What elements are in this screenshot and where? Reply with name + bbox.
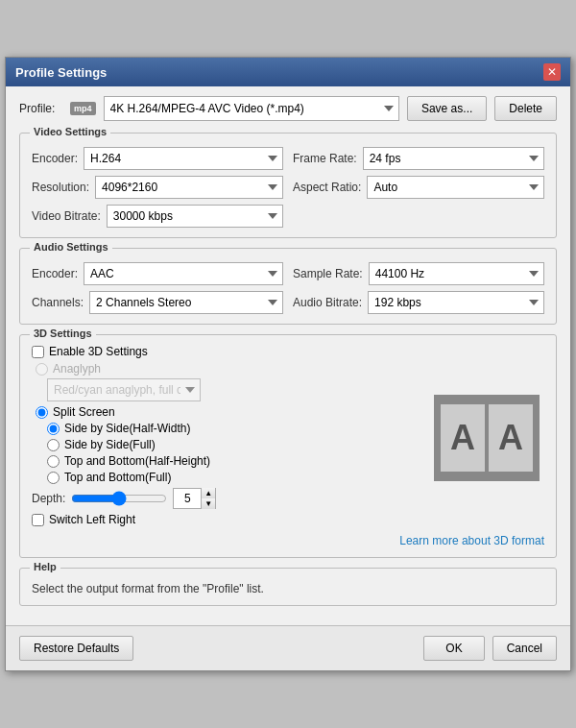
top-half-radio[interactable] [47, 455, 60, 468]
profile-label: Profile: [19, 102, 62, 115]
enable-3d-checkbox[interactable] [32, 346, 44, 358]
frame-rate-select[interactable]: 24 fps [363, 147, 544, 170]
enable-3d-label[interactable]: Enable 3D Settings [49, 345, 148, 358]
restore-defaults-button[interactable]: Restore Defaults [19, 636, 133, 661]
audio-encoder-label: Encoder: [32, 267, 78, 280]
3d-settings-left: Enable 3D Settings Anaglyph Red/cyan ana… [32, 345, 420, 530]
depth-spinbox: 5 ▲ ▼ [173, 488, 216, 509]
help-text: Select the output format from the "Profi… [32, 582, 544, 595]
split-screen-radio-row: Split Screen [36, 405, 420, 419]
help-section: Help Select the output format from the "… [19, 568, 557, 606]
profile-select[interactable]: 4K H.264/MPEG-4 AVC Video (*.mp4) [104, 96, 399, 121]
aa-letter-right: A [489, 404, 533, 472]
anaglyph-label[interactable]: Anaglyph [53, 362, 101, 376]
side-full-label[interactable]: Side by Side(Full) [64, 438, 156, 451]
split-screen-radio[interactable] [36, 406, 48, 419]
cancel-button[interactable]: Cancel [492, 636, 557, 661]
encoder-label: Encoder: [32, 152, 78, 165]
profile-icon: mp4 [70, 102, 96, 115]
top-half-row: Top and Bottom(Half-Height) [47, 454, 420, 468]
audio-settings-section: Audio Settings Encoder: AAC Sample Rate:… [19, 248, 557, 325]
dialog-title: Profile Settings [15, 65, 107, 80]
aspect-ratio-label: Aspect Ratio: [293, 181, 361, 194]
audio-bitrate-select[interactable]: 192 kbps [368, 291, 544, 314]
switch-lr-row: Switch Left Right [32, 513, 420, 526]
channels-row: Channels: 2 Channels Stereo [32, 291, 283, 314]
aa-preview: A A [434, 395, 540, 481]
anaglyph-radio-row: Anaglyph [36, 362, 420, 376]
spin-up-button[interactable]: ▲ [202, 488, 215, 498]
depth-slider[interactable] [71, 492, 167, 505]
video-settings-section: Video Settings Encoder: H.264 Frame Rate… [19, 133, 557, 238]
resolution-label: Resolution: [32, 181, 89, 194]
audio-encoder-row: Encoder: AAC [32, 262, 283, 285]
ok-button[interactable]: OK [423, 636, 484, 661]
depth-label: Depth: [32, 492, 65, 505]
resolution-row: Resolution: 4096*2160 [32, 176, 283, 199]
close-button[interactable]: ✕ [543, 63, 561, 81]
audio-encoder-select[interactable]: AAC [84, 262, 283, 285]
3d-settings-section: 3D Settings Enable 3D Settings Anaglyph [19, 334, 557, 558]
audio-settings-grid: Encoder: AAC Sample Rate: 44100 Hz Chann… [32, 262, 544, 314]
spin-down-button[interactable]: ▼ [202, 498, 215, 509]
aa-letter-left: A [441, 404, 485, 472]
delete-button[interactable]: Delete [494, 96, 557, 121]
3d-settings-title: 3D Settings [30, 328, 96, 339]
dialog-footer: Restore Defaults OK Cancel [6, 625, 570, 670]
title-bar: Profile Settings ✕ [6, 58, 570, 86]
side-half-label[interactable]: Side by Side(Half-Width) [64, 422, 190, 435]
learn-more-container: Learn more about 3D format [32, 532, 544, 547]
top-full-radio[interactable] [47, 472, 60, 484]
depth-row: Depth: 5 ▲ ▼ [32, 488, 420, 509]
video-settings-title: Video Settings [30, 126, 110, 137]
aspect-ratio-row: Aspect Ratio: Auto [293, 176, 544, 199]
resolution-select[interactable]: 4096*2160 [95, 176, 283, 199]
depth-input[interactable]: 5 [174, 489, 201, 508]
frame-rate-label: Frame Rate: [293, 152, 357, 165]
side-full-row: Side by Side(Full) [47, 438, 420, 451]
side-full-radio[interactable] [47, 439, 60, 451]
audio-settings-title: Audio Settings [30, 241, 112, 253]
side-half-row: Side by Side(Half-Width) [47, 422, 420, 435]
frame-rate-row: Frame Rate: 24 fps [293, 147, 544, 170]
dialog-body: Profile: mp4 4K H.264/MPEG-4 AVC Video (… [6, 86, 570, 625]
video-bitrate-row: Video Bitrate: 30000 kbps [32, 205, 283, 228]
encoder-select[interactable]: H.264 [84, 147, 283, 170]
channels-select[interactable]: 2 Channels Stereo [89, 291, 283, 314]
help-title: Help [30, 561, 60, 572]
top-full-row: Top and Bottom(Full) [47, 471, 420, 484]
footer-right-buttons: OK Cancel [423, 636, 557, 661]
video-settings-grid: Encoder: H.264 Frame Rate: 24 fps Resolu… [32, 147, 544, 228]
side-half-radio[interactable] [47, 423, 60, 435]
anaglyph-radio[interactable] [36, 363, 48, 376]
encoder-row: Encoder: H.264 [32, 147, 283, 170]
spin-buttons: ▲ ▼ [201, 488, 215, 509]
3d-preview-area: A A [429, 345, 544, 530]
aspect-ratio-select[interactable]: Auto [367, 176, 544, 199]
learn-more-link[interactable]: Learn more about 3D format [399, 534, 544, 547]
channels-label: Channels: [32, 296, 84, 309]
sample-rate-select[interactable]: 44100 Hz [369, 262, 544, 285]
save-as-button[interactable]: Save as... [407, 96, 487, 121]
switch-lr-label[interactable]: Switch Left Right [49, 513, 135, 526]
3d-settings-content: Enable 3D Settings Anaglyph Red/cyan ana… [32, 345, 544, 530]
split-screen-label[interactable]: Split Screen [53, 405, 115, 419]
sample-rate-row: Sample Rate: 44100 Hz [293, 262, 544, 285]
profile-row: Profile: mp4 4K H.264/MPEG-4 AVC Video (… [19, 96, 557, 121]
sample-rate-label: Sample Rate: [293, 267, 363, 280]
top-half-label[interactable]: Top and Bottom(Half-Height) [64, 454, 210, 468]
switch-lr-checkbox[interactable] [32, 514, 44, 526]
audio-bitrate-row: Audio Bitrate: 192 kbps [293, 291, 544, 314]
video-bitrate-select[interactable]: 30000 kbps [107, 205, 283, 228]
enable-3d-row: Enable 3D Settings [32, 345, 420, 358]
profile-settings-dialog: Profile Settings ✕ Profile: mp4 4K H.264… [5, 57, 571, 671]
audio-bitrate-label: Audio Bitrate: [293, 296, 362, 309]
top-full-label[interactable]: Top and Bottom(Full) [64, 471, 171, 484]
anaglyph-dropdown[interactable]: Red/cyan anaglyph, full color [47, 378, 201, 401]
video-bitrate-label: Video Bitrate: [32, 209, 101, 223]
